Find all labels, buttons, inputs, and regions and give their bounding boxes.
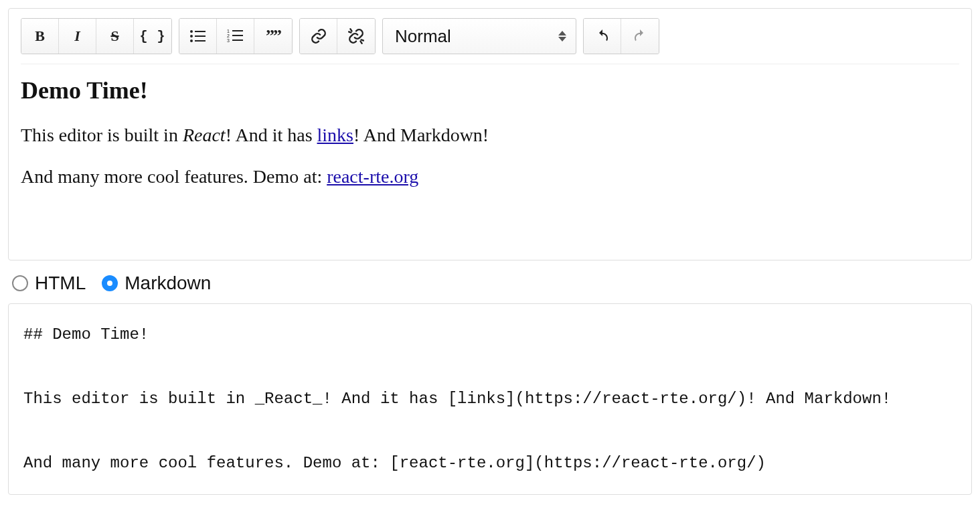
ul-button[interactable]	[179, 19, 217, 54]
bold-button[interactable]: B	[21, 19, 59, 54]
text: This editor is built in	[21, 125, 183, 145]
code-button[interactable]: { }	[134, 19, 171, 54]
italic-button[interactable]: I	[59, 19, 96, 54]
svg-point-2	[190, 35, 193, 37]
text: And many more cool features. Demo at:	[21, 166, 327, 187]
link-react-rte[interactable]: react-rte.org	[327, 166, 418, 187]
italic-text: React	[183, 125, 226, 145]
svg-line-12	[350, 29, 351, 31]
italic-icon: I	[74, 27, 80, 45]
svg-point-0	[190, 30, 193, 33]
inline-style-group: B I S { }	[21, 18, 172, 54]
content-paragraph-2: And many more cool features. Demo at: re…	[21, 163, 959, 190]
ol-button[interactable]: 1 2 3	[217, 19, 254, 54]
radio-markdown-label[interactable]: Markdown	[125, 273, 211, 294]
svg-line-14	[361, 42, 362, 44]
svg-text:1: 1	[227, 29, 230, 33]
svg-rect-1	[195, 31, 206, 32]
content-heading: Demo Time!	[21, 74, 959, 107]
text: ! And Markdown!	[353, 125, 489, 145]
strikethrough-button[interactable]: S	[96, 19, 134, 54]
history-group	[583, 18, 659, 54]
svg-rect-3	[195, 35, 206, 37]
ul-icon	[189, 29, 207, 44]
link-button[interactable]	[300, 19, 337, 54]
undo-icon	[594, 28, 610, 44]
toolbar: B I S { } 1	[21, 18, 959, 64]
unlink-icon	[347, 27, 365, 45]
radio-markdown[interactable]	[102, 275, 118, 291]
svg-rect-11	[232, 40, 243, 41]
source-panel: ## Demo Time! This editor is built in _R…	[8, 303, 972, 495]
link-icon	[310, 27, 327, 45]
blockquote-icon: ””	[266, 26, 280, 46]
link-links[interactable]: links	[317, 125, 353, 145]
strikethrough-icon: S	[110, 27, 118, 45]
editor-content[interactable]: Demo Time! This editor is built in React…	[21, 74, 959, 248]
undo-button[interactable]	[584, 19, 621, 54]
text: ! And it has	[226, 125, 317, 145]
link-group	[299, 18, 376, 54]
svg-rect-9	[232, 35, 243, 36]
select-caret-icon	[558, 31, 566, 42]
redo-button[interactable]	[621, 19, 659, 54]
blockquote-button[interactable]: ””	[254, 19, 292, 54]
bold-icon: B	[35, 27, 45, 45]
radio-html-label[interactable]: HTML	[35, 273, 86, 294]
svg-text:3: 3	[227, 38, 230, 43]
block-type-value: Normal	[395, 26, 451, 47]
svg-line-15	[361, 40, 363, 40]
radio-html[interactable]	[12, 275, 28, 291]
ol-icon: 1 2 3	[227, 29, 244, 44]
svg-text:2: 2	[227, 33, 230, 38]
svg-rect-5	[195, 40, 206, 42]
source-output[interactable]: ## Demo Time! This editor is built in _R…	[23, 319, 957, 479]
block-style-group: 1 2 3 ””	[179, 18, 293, 54]
editor-panel: B I S { } 1	[8, 8, 972, 260]
svg-point-4	[190, 40, 193, 42]
svg-rect-7	[232, 30, 243, 31]
content-paragraph-1: This editor is built in React! And it ha…	[21, 122, 959, 148]
redo-icon	[632, 28, 648, 44]
code-icon: { }	[139, 29, 165, 44]
unlink-button[interactable]	[337, 19, 375, 54]
block-type-select[interactable]: Normal	[382, 18, 576, 54]
source-format-row: HTML Markdown	[12, 273, 972, 294]
svg-line-13	[349, 32, 351, 33]
